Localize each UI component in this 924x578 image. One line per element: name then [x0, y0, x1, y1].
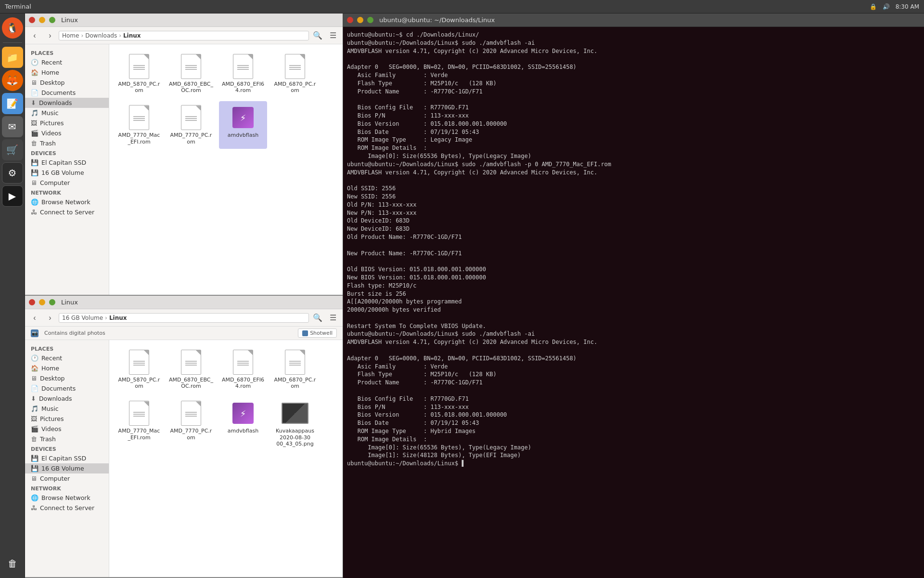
- maximize-button-top[interactable]: [49, 17, 55, 23]
- close-button-terminal[interactable]: [347, 17, 353, 23]
- sidebar-label-connect-server-top: Connect to Server: [40, 209, 94, 216]
- file-item-amd5870[interactable]: AMD_5870_PC.rom: [115, 50, 163, 97]
- sidebar-item-recent-top[interactable]: 🕐Recent: [25, 57, 109, 67]
- doc-icon: [233, 54, 253, 79]
- network-section-top: Network: [25, 188, 109, 197]
- doc-line: [237, 65, 249, 66]
- breadcrumb-16gb[interactable]: 16 GB Volume: [62, 315, 103, 321]
- firefox-icon[interactable]: 🦊: [2, 70, 23, 91]
- file-item-bot-amd6870pc[interactable]: AMD_6870_PC.rom: [271, 346, 319, 393]
- lock-icon[interactable]: 🔒: [870, 3, 877, 10]
- file-item-bot-amd6870ebc[interactable]: AMD_6870_EBC_OC.rom: [167, 346, 215, 393]
- home-icon-top: 🏠: [31, 69, 38, 76]
- close-button-top[interactable]: [29, 17, 35, 23]
- libreoffice-icon[interactable]: 📝: [2, 93, 23, 114]
- sidebar-item-recent-bot[interactable]: 🕐Recent: [25, 353, 109, 363]
- file-item-amd6870pc[interactable]: AMD_6870_PC.rom: [271, 50, 319, 97]
- file-item-bot-amd7770pc[interactable]: AMD_7770_PC.rom: [167, 397, 215, 451]
- shotwell-button[interactable]: Shotwell: [298, 328, 337, 338]
- sidebar-item-music-top[interactable]: 🎵Music: [25, 108, 109, 118]
- file-label-amd6870ebc: AMD_6870_EBC_OC.rom: [169, 81, 213, 93]
- search-button-top[interactable]: 🔍: [311, 29, 324, 42]
- sidebar-item-home-top[interactable]: 🏠Home: [25, 67, 109, 78]
- file-item-amd7770mac[interactable]: AMD_7770_Mac_EFI.rom: [115, 101, 163, 148]
- sidebar-item-downloads-top[interactable]: ⬇Downloads: [25, 98, 109, 108]
- sidebar-item-elcapitan-bot[interactable]: 💾El Capitan SSD: [25, 453, 109, 463]
- close-button-bottom[interactable]: [29, 299, 35, 305]
- file-item-bot-screenshot[interactable]: Kuvakaappaus 2020-08-30 00_43_05.png: [271, 397, 319, 451]
- sidebar-item-connect-server-bot[interactable]: 🖧Connect to Server: [25, 503, 109, 513]
- minimize-button-terminal[interactable]: [357, 17, 363, 23]
- sidebar-item-computer-top[interactable]: 🖥Computer: [25, 178, 109, 188]
- sidebar-item-browse-network-bot[interactable]: 🌐Browse Network: [25, 493, 109, 503]
- sidebar-item-connect-server-top[interactable]: 🖧Connect to Server: [25, 207, 109, 217]
- doc-line: [185, 116, 197, 117]
- file-label-amd5870: AMD_5870_PC.rom: [117, 81, 161, 93]
- mail-icon[interactable]: ✉: [2, 116, 23, 137]
- sidebar-item-computer-bot[interactable]: 🖥Computer: [25, 473, 109, 484]
- breadcrumb-downloads[interactable]: Downloads: [85, 32, 117, 39]
- sidebar-item-documents-top[interactable]: 📄Documents: [25, 88, 109, 98]
- sidebar-item-pictures-bot[interactable]: 🖼Pictures: [25, 414, 109, 424]
- sidebar-label-pictures-top: Pictures: [40, 119, 64, 127]
- elcapitan-icon-bot: 💾: [31, 455, 38, 462]
- search-button-bottom[interactable]: 🔍: [311, 311, 324, 325]
- sidebar-item-desktop-top[interactable]: 🖥Desktop: [25, 78, 109, 88]
- sidebar-item-desktop-bot[interactable]: 🖥Desktop: [25, 373, 109, 383]
- sidebar-item-documents-bot[interactable]: 📄Documents: [25, 383, 109, 394]
- sidebar-item-home-bot[interactable]: 🏠Home: [25, 363, 109, 373]
- forward-button-bottom[interactable]: ›: [43, 311, 57, 325]
- file-item-amd7770pc[interactable]: AMD_7770_PC.rom: [167, 101, 215, 148]
- settings-icon[interactable]: ⚙: [2, 162, 23, 184]
- back-button-top[interactable]: ‹: [28, 29, 41, 42]
- app-menu-label[interactable]: Terminal: [5, 3, 31, 10]
- file-item-amd6870ebc[interactable]: AMD_6870_EBC_OC.rom: [167, 50, 215, 97]
- sidebar-item-trash-bot[interactable]: 🗑Trash: [25, 434, 109, 444]
- sidebar-item-videos-bot[interactable]: 🎬Videos: [25, 424, 109, 434]
- file-label-bot-amd7770pc: AMD_7770_PC.rom: [169, 428, 213, 440]
- sidebar-item-16gb-top[interactable]: 💾16 GB Volume: [25, 168, 109, 178]
- breadcrumb-home[interactable]: Home: [62, 32, 79, 39]
- terminal-content[interactable]: ubuntu@ubuntu:~$ cd ./Downloads/Linux/ u…: [343, 27, 924, 578]
- file-item-amdvbflash-top[interactable]: ⚡ amdvbflash: [219, 101, 267, 148]
- sidebar-item-elcapitan-top[interactable]: 💾El Capitan SSD: [25, 158, 109, 168]
- files-icon[interactable]: 📁: [2, 47, 23, 68]
- file-item-bot-amd6870efi[interactable]: AMD_6870_EFI64.rom: [219, 346, 267, 393]
- doc-line: [289, 69, 301, 70]
- doc-line: [133, 65, 145, 66]
- breadcrumb-bottom[interactable]: 16 GB Volume › Linux: [59, 313, 309, 323]
- volume-icon[interactable]: 🔊: [883, 3, 890, 10]
- amazon-icon[interactable]: 🛒: [2, 139, 23, 160]
- forward-button-top[interactable]: ›: [43, 29, 57, 42]
- menu-button-bottom[interactable]: ☰: [326, 311, 340, 325]
- sidebar-label-videos-bot: Videos: [41, 425, 62, 433]
- sidebar-label-elcapitan-top: El Capitan SSD: [41, 159, 86, 166]
- file-item-amd6870efi[interactable]: AMD_6870_EFI64.rom: [219, 50, 267, 97]
- ubuntu-logo-icon[interactable]: 🐧: [2, 17, 23, 39]
- sidebar-label-videos-top: Videos: [41, 130, 62, 137]
- sidebar-label-elcapitan-bot: El Capitan SSD: [41, 455, 86, 462]
- terminal-icon[interactable]: ▶: [2, 185, 23, 207]
- minimize-button-bottom[interactable]: [39, 299, 45, 305]
- minimize-button-top[interactable]: [39, 17, 45, 23]
- sidebar-item-music-bot[interactable]: 🎵Music: [25, 404, 109, 414]
- breadcrumb-top[interactable]: Home › Downloads › Linux: [59, 31, 309, 40]
- menu-button-top[interactable]: ☰: [326, 29, 340, 42]
- sidebar-item-16gb-bot[interactable]: 💾16 GB Volume: [25, 463, 109, 473]
- file-item-bot-amdvbflash[interactable]: ⚡ amdvbflash: [219, 397, 267, 451]
- doc-line: [133, 361, 145, 362]
- back-button-bottom[interactable]: ‹: [28, 311, 41, 325]
- sidebar-item-pictures-top[interactable]: 🖼Pictures: [25, 118, 109, 128]
- maximize-button-terminal[interactable]: [367, 17, 373, 23]
- trash-dock-icon[interactable]: 🗑: [2, 553, 23, 574]
- sidebar-item-trash-top[interactable]: 🗑Trash: [25, 138, 109, 148]
- sidebar-item-downloads-bot[interactable]: ⬇Downloads: [25, 394, 109, 404]
- file-item-bot-amd7770mac[interactable]: AMD_7770_Mac_EFI.rom: [115, 397, 163, 451]
- sidebar-item-videos-top[interactable]: 🎬Videos: [25, 128, 109, 138]
- file-item-bot-amd5870[interactable]: AMD_5870_PC.rom: [115, 346, 163, 393]
- sidebar-item-browse-network-top[interactable]: 🌐Browse Network: [25, 197, 109, 207]
- maximize-button-bottom[interactable]: [49, 299, 55, 305]
- downloads-icon-top: ⬇: [31, 99, 36, 106]
- doc-line: [133, 365, 145, 366]
- sidebar-label-recent-top: Recent: [41, 59, 62, 66]
